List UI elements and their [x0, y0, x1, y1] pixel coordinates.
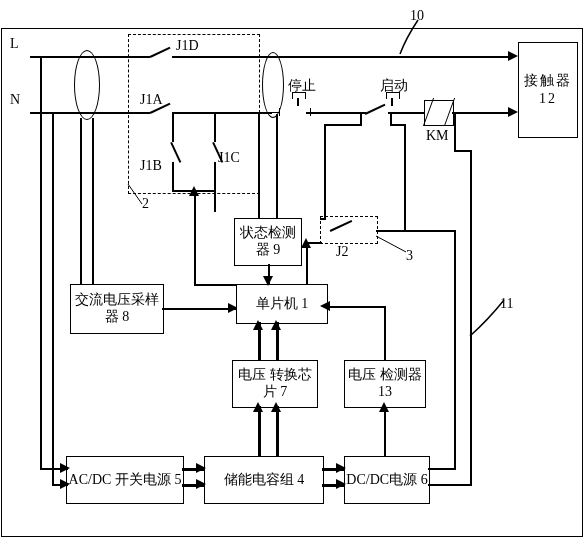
- arrow-cap-dcdc-1: [336, 463, 346, 473]
- ct-ellipse-right: [262, 52, 284, 118]
- line-sampler-to-mcu: [162, 308, 236, 310]
- line-N-start-right: [388, 112, 424, 114]
- line-j2-left-up: [324, 124, 326, 218]
- arrow-acdc-cap-2: [196, 479, 206, 489]
- vdetect-block: 电压 检测器 13: [344, 360, 426, 408]
- line-ctrl-to-mcu: [194, 284, 236, 286]
- ac-sampler-label: 交流电压采样器 8: [71, 292, 163, 326]
- line-dcdc-out2: [428, 484, 472, 486]
- line-vdet-to-mcu: [326, 306, 386, 308]
- line-dcdc-up1: [454, 230, 456, 468]
- line-L-drop-main: [40, 56, 42, 470]
- arrow-cap-dcdc-2: [336, 479, 346, 489]
- line-N-to-sampler: [92, 118, 94, 284]
- mcu-label: 单片机 1: [256, 295, 309, 313]
- line-j2-left-in: [320, 218, 326, 220]
- arrow-vconv-mcu-2: [271, 320, 281, 330]
- line-N-stop-seg: [306, 112, 358, 114]
- arrow-vdet-to-mcu: [320, 301, 330, 311]
- line-parallel-tie-left: [360, 112, 362, 126]
- start-button-icon: [378, 92, 406, 112]
- line-parallel-top-left: [324, 124, 362, 126]
- line-ellipse-to-state1: [258, 114, 260, 218]
- arrow-acdc-cap-1: [196, 463, 206, 473]
- acdc-block: AC/DC 开关电源 5: [66, 456, 184, 504]
- dcdc-block: DC/DC电源 6: [344, 456, 430, 504]
- callout-2-lead: [126, 182, 156, 208]
- line-cap-vconv-2: [276, 406, 279, 456]
- mcu-block: 单片机 1: [236, 284, 328, 324]
- capbank-label: 储能电容组 4: [224, 471, 305, 489]
- line-N-drop-main: [52, 112, 54, 484]
- line-cap-vconv-1: [258, 406, 261, 456]
- arrow-dcdc-vdet: [379, 402, 389, 412]
- km-label: KM: [426, 128, 449, 144]
- line-vdet-up: [384, 306, 386, 360]
- line-ctrl-up: [194, 192, 196, 284]
- arrow-cap-vconv-2: [271, 402, 281, 412]
- arrow-state-to-mcu: [263, 276, 273, 286]
- acdc-label: AC/DC 开关电源 5: [69, 472, 182, 489]
- line-to-state-det: [214, 190, 216, 212]
- arrow-N-to-contactor: [508, 107, 518, 117]
- arrow-cap-vconv-1: [253, 402, 263, 412]
- stop-button-icon: [284, 92, 312, 112]
- arrow-vconv-mcu-1: [253, 320, 263, 330]
- contactor-block: 接触器 12: [518, 42, 578, 138]
- dashed-J1-group: [128, 34, 260, 194]
- state-detector-block: 状态检测器 9: [234, 218, 302, 266]
- arrow-ctrl-to-J1: [189, 186, 199, 196]
- vdetect-label: 电压 检测器 13: [345, 367, 425, 401]
- ct-ellipse-left: [74, 50, 100, 120]
- terminal-L-label: L: [10, 36, 19, 52]
- line-dcdc-up2-to-km: [454, 150, 472, 152]
- vconv-label: 电压 转换芯片 7: [233, 367, 317, 401]
- circuit-diagram: L J1D N J1A 停止 启动 KM 接触器 12 J1B J1C: [0, 0, 586, 538]
- line-L-to-sampler: [80, 118, 82, 284]
- line-j2-right: [376, 230, 406, 232]
- dcdc-label: DC/DC电源 6: [346, 472, 427, 489]
- terminal-N-label: N: [10, 92, 20, 108]
- stop-contact-right: [310, 108, 311, 116]
- line-dcdc-out1: [428, 468, 456, 470]
- line-KM-to-contactor: [452, 112, 512, 114]
- line-mcu-to-j2: [306, 242, 308, 284]
- line-parallel-tie-right: [390, 112, 392, 126]
- contactor-label: 接触器 12: [519, 72, 577, 108]
- ac-sampler-block: 交流电压采样器 8: [70, 284, 164, 334]
- line-dcdc-vdet: [384, 406, 386, 456]
- line-ellipse-to-state2: [276, 114, 278, 218]
- arrow-mcu-to-j2: [301, 238, 311, 248]
- arrow-N-acdc: [60, 479, 70, 489]
- line-dcdc-to-j2r: [404, 230, 456, 232]
- line-km-tie-down: [454, 112, 456, 152]
- relay-J2-label: J2: [336, 244, 348, 260]
- line-parallel-top-right: [390, 124, 406, 126]
- arrow-L-to-contactor: [508, 51, 518, 61]
- arrow-L-acdc: [60, 463, 70, 473]
- vconv-block: 电压 转换芯片 7: [232, 360, 318, 408]
- callout-10-lead: [398, 18, 438, 58]
- km-coil-icon: [424, 100, 452, 124]
- callout-11-lead: [468, 296, 508, 340]
- callout-3-lead: [374, 234, 410, 256]
- line-j2-up-right: [404, 124, 406, 230]
- state-detector-label: 状态检测器 9: [235, 225, 301, 259]
- capbank-block: 储能电容组 4: [204, 456, 324, 504]
